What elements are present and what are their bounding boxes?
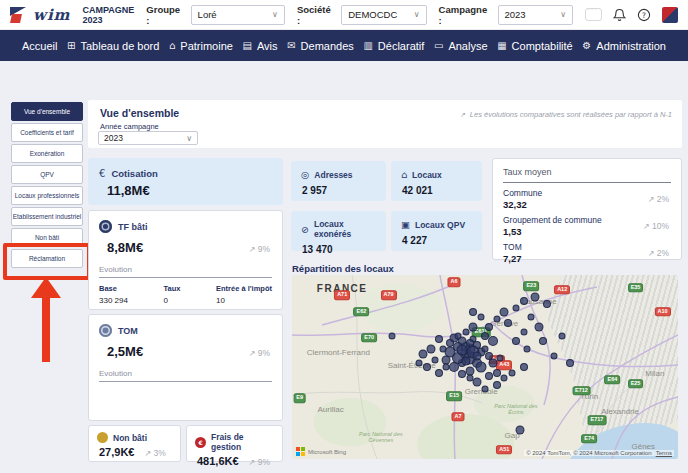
map-data-point[interactable] [466, 375, 473, 382]
detail-value: 10 [216, 296, 272, 305]
map-data-point[interactable] [454, 332, 461, 339]
map-data-point[interactable] [488, 359, 497, 368]
map-city-label: Clermont-Ferrand [307, 348, 370, 357]
map-data-point[interactable] [435, 335, 443, 343]
map-data-point[interactable] [520, 329, 527, 336]
map-data-point[interactable] [497, 354, 504, 361]
map-data-point[interactable] [531, 293, 540, 302]
map-data-point[interactable] [501, 375, 508, 382]
nav-accueil[interactable]: Accueil [22, 40, 57, 52]
chevron-down-icon: ∨ [272, 10, 278, 19]
map-data-point[interactable] [485, 323, 493, 331]
map-data-point[interactable] [478, 314, 485, 321]
app-logo[interactable]: wim [10, 6, 70, 24]
map-data-point[interactable] [469, 322, 478, 331]
map-data-point[interactable] [435, 369, 443, 377]
map-data-point[interactable] [473, 377, 482, 386]
tom-card: TOM 2,5M€ ↗ 9% Evolution [88, 314, 283, 421]
sidebar-item-qpv[interactable]: QPV [11, 165, 83, 184]
detail-label: Taux [164, 284, 181, 293]
map-data-point[interactable] [389, 332, 396, 339]
map-canvas[interactable]: Microsoft Bing © 2024 TomTom, © 2024 Mic… [292, 275, 678, 459]
map-data-point[interactable] [462, 329, 469, 336]
map-data-point[interactable] [446, 339, 454, 347]
map-data-point[interactable] [476, 362, 487, 373]
map-data-point[interactable] [458, 370, 466, 378]
sidebar-item-reclamation[interactable]: Réclamation [11, 249, 83, 268]
map-data-point[interactable] [524, 345, 531, 352]
societe-select[interactable]: DEMOCDC ∨ [341, 5, 426, 25]
sidebar-item-coefficients-et-tarif[interactable]: Coefficients et tarif [11, 123, 83, 142]
map-data-point[interactable] [426, 344, 435, 353]
sidebar-item-vue-densemble[interactable]: Vue d'ensemble [11, 102, 83, 121]
sidebar-item-locaux-professionnels[interactable]: Locaux professionnels [11, 186, 83, 205]
taux-delta: ↗ 2% [648, 194, 669, 204]
nav-patrimoine[interactable]: ⌂Patrimoine [169, 40, 233, 52]
campaign-title: CAMPAGNE 2023 [82, 5, 134, 25]
map-data-point[interactable] [515, 425, 524, 434]
user-avatar[interactable] [662, 7, 678, 23]
help-icon[interactable]: ? [637, 8, 651, 22]
map-data-point[interactable] [488, 336, 498, 346]
tom-delta: ↗ 9% [249, 348, 270, 358]
map-data-point[interactable] [419, 350, 428, 359]
map-data-point[interactable] [559, 332, 566, 339]
groupe-select[interactable]: Loré ∨ [191, 5, 285, 25]
map-data-point[interactable] [509, 369, 516, 376]
map-data-point[interactable] [504, 319, 512, 327]
map-data-point[interactable] [431, 356, 438, 363]
road-badge: E25 [628, 379, 644, 389]
map-data-point[interactable] [520, 297, 528, 305]
map-data-point[interactable] [512, 305, 519, 312]
campagne-select[interactable]: 2023 ∨ [498, 5, 573, 25]
map-data-point[interactable] [439, 345, 446, 352]
nav-administration[interactable]: ⚙Administration [582, 40, 666, 52]
map-data-point[interactable] [456, 345, 467, 356]
map-data-point[interactable] [461, 357, 470, 366]
road-badge: A7 [451, 412, 464, 422]
chevron-down-icon: ∨ [560, 10, 566, 19]
map-data-point[interactable] [566, 359, 574, 367]
taux-label: Commune [503, 188, 542, 198]
notifications-bell-icon[interactable] [613, 8, 626, 22]
map-data-point[interactable] [539, 337, 547, 345]
groupe-value: Loré [198, 9, 217, 20]
road-badge: E35 [628, 283, 644, 293]
map-data-point[interactable] [512, 337, 520, 345]
map-data-point[interactable] [551, 352, 558, 359]
nav-demandes[interactable]: ✉Demandes [287, 40, 354, 52]
map-data-point[interactable] [473, 351, 482, 360]
frais-gestion-card: € Frais de gestion 481,6K€ ↗ 9% [186, 425, 283, 462]
nav-declaratif[interactable]: ▥Déclaratif [363, 40, 424, 52]
map-data-point[interactable] [416, 360, 423, 367]
map-data-point[interactable] [423, 363, 431, 371]
map-data-point[interactable] [482, 386, 489, 393]
map-data-point[interactable] [528, 314, 535, 321]
map-data-point[interactable] [493, 369, 501, 377]
terms-link[interactable]: Terms [656, 450, 672, 456]
sidebar-item-non-bati[interactable]: Non bâti [11, 228, 83, 247]
campagne-label: Campagne : [439, 4, 493, 26]
map-data-point[interactable] [493, 381, 501, 389]
calculator-icon: ▦ [497, 40, 506, 51]
map-data-point[interactable] [466, 339, 474, 347]
map-data-point[interactable] [469, 308, 477, 316]
annee-campagne-select[interactable]: 2023 ∨ [98, 131, 198, 145]
sidebar-item-exoneration[interactable]: Exonération [11, 144, 83, 163]
map-data-point[interactable] [500, 307, 509, 316]
nav-tableau-de-bord[interactable]: ⊞Tableau de bord [67, 40, 159, 52]
chat-icon[interactable] [585, 8, 602, 21]
sidebar-item-etablissement-industriel[interactable]: Etablissement industriel [11, 207, 83, 226]
map-data-point[interactable] [443, 364, 450, 371]
tf-bati-label: TF bâti [118, 222, 148, 232]
map-data-point[interactable] [543, 300, 551, 308]
taux-value: 7,27 [503, 253, 522, 264]
nav-comptabilite[interactable]: ▦Comptabilité [497, 40, 573, 52]
map-data-point[interactable] [535, 322, 544, 331]
map-data-point[interactable] [485, 372, 493, 380]
app-window: wim CAMPAGNE 2023 Groupe : Loré ∨ Sociét… [0, 0, 688, 473]
nav-avis[interactable]: ▤Avis [243, 40, 278, 52]
map-data-point[interactable] [493, 316, 500, 323]
nav-analyse[interactable]: ▭Analyse [434, 40, 488, 52]
map-data-point[interactable] [520, 363, 528, 371]
